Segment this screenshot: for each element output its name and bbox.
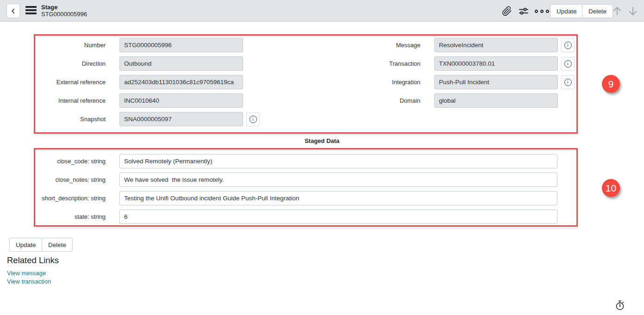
footer-delete-button[interactable]: Delete (42, 238, 73, 252)
internal-reference-label: Internal reference (41, 97, 106, 104)
staged-data-heading: Staged Data (0, 137, 644, 144)
context-menu-icon[interactable] (25, 6, 37, 15)
more-options-icon[interactable] (533, 5, 550, 17)
short-description-input[interactable] (119, 191, 557, 205)
field-row-transaction: Transaction i (356, 56, 575, 71)
field-row-internal-reference: Internal reference (41, 93, 243, 108)
direction-label: Direction (41, 60, 106, 67)
chevron-left-icon (10, 7, 17, 15)
external-reference-field[interactable] (119, 75, 243, 89)
close-code-label: close_code: string (41, 158, 106, 165)
info-icon: i (250, 116, 257, 123)
close-code-input[interactable] (119, 154, 557, 168)
external-reference-label: External reference (41, 79, 106, 86)
annotation-badge-10: 10 (602, 179, 620, 197)
field-row-short-description: short_description: string (41, 191, 557, 205)
snapshot-field[interactable] (119, 112, 243, 126)
back-button[interactable] (6, 4, 20, 18)
close-notes-label: close_notes: string (41, 176, 106, 183)
close-notes-input[interactable] (119, 173, 557, 187)
message-info-button[interactable]: i (561, 38, 575, 52)
integration-field[interactable] (434, 75, 558, 89)
field-row-snapshot: Snapshot i (41, 112, 260, 126)
paperclip-icon[interactable] (501, 5, 513, 17)
stopwatch-icon[interactable] (615, 300, 625, 311)
snapshot-info-button[interactable]: i (246, 112, 260, 126)
info-icon: i (564, 42, 572, 49)
related-links-heading: Related Links (7, 255, 59, 266)
message-field[interactable] (434, 38, 558, 52)
domain-label: Domain (356, 97, 420, 104)
personalize-form-sliders-icon[interactable] (518, 5, 530, 17)
footer-update-button[interactable]: Update (9, 238, 43, 252)
annotation-badge-9: 9 (602, 75, 620, 93)
view-transaction-link[interactable]: View transaction (7, 278, 51, 285)
up-arrow-icon[interactable] (611, 5, 623, 17)
form-header-bar: Stage STG0000005996 Update Delete (0, 0, 644, 22)
view-message-link[interactable]: View message (7, 270, 46, 277)
field-row-state: state: string (41, 210, 557, 224)
field-row-integration: Integration i (356, 75, 575, 89)
field-row-close-code: close_code: string (41, 154, 557, 168)
field-row-number: Number (41, 38, 243, 52)
internal-reference-field[interactable] (119, 93, 243, 108)
integration-info-button[interactable]: i (561, 75, 575, 89)
field-row-external-reference: External reference (41, 75, 243, 89)
header-update-button[interactable]: Update (550, 4, 583, 18)
transaction-label: Transaction (356, 60, 420, 67)
snapshot-label: Snapshot (41, 116, 106, 123)
direction-field[interactable] (119, 56, 243, 71)
page-title: Stage (41, 4, 87, 11)
field-row-message: Message i (356, 38, 575, 52)
down-arrow-icon[interactable] (627, 5, 639, 17)
number-label: Number (41, 42, 106, 49)
header-delete-button[interactable]: Delete (582, 4, 613, 18)
number-field[interactable] (119, 38, 243, 52)
message-label: Message (356, 42, 420, 49)
state-label: state: string (41, 213, 106, 220)
integration-label: Integration (356, 79, 420, 86)
stage-record-screen: Stage STG0000005996 Update Delete (0, 0, 644, 315)
field-row-direction: Direction (41, 56, 243, 71)
state-input[interactable] (119, 210, 557, 224)
domain-field[interactable] (434, 93, 558, 108)
short-description-label: short_description: string (41, 195, 106, 202)
info-icon: i (564, 79, 572, 86)
page-subtitle: STG0000005996 (41, 11, 87, 18)
transaction-info-button[interactable]: i (561, 57, 575, 71)
field-row-close-notes: close_notes: string (41, 173, 557, 187)
info-icon: i (564, 60, 572, 68)
page-title-block: Stage STG0000005996 (41, 4, 87, 18)
transaction-field[interactable] (434, 56, 558, 71)
field-row-domain: Domain (356, 93, 558, 108)
